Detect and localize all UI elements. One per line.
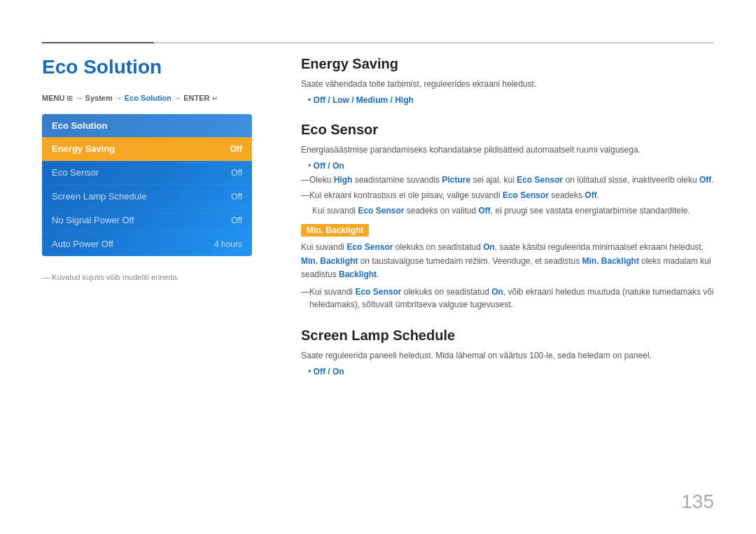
- min-backlight-para1: Kui suvandi Eco Sensor olekuks on seadis…: [301, 241, 714, 281]
- menu-item-eco-sensor[interactable]: Eco Sensor Off: [42, 161, 252, 185]
- energy-saving-options-text: Off / Low / Medium / High: [314, 95, 414, 105]
- menu-item-value: Off: [231, 192, 242, 202]
- screen-lamp-bullets: Off / On: [308, 367, 714, 377]
- min-backlight-badge: Min. Backlight: [301, 224, 369, 237]
- screen-lamp-intro: Saate reguleerida paneeli heledust. Mida…: [301, 349, 714, 363]
- screen-lamp-title: Screen Lamp Schedule: [301, 328, 714, 344]
- menu-path-enter-symbol: ↵: [212, 94, 218, 102]
- menu-box: Eco Solution Energy Saving Off Eco Senso…: [42, 114, 252, 256]
- eco-sensor-sub: Kui suvandi Eco Sensor seadeks on valitu…: [312, 204, 714, 217]
- left-column: Eco Solution MENU ⊞ → System → Eco Solut…: [42, 56, 266, 281]
- energy-saving-intro: Saate vähendada toite tarbimist, regulee…: [301, 78, 714, 91]
- menu-item-label: Screen Lamp Schedule: [52, 191, 146, 202]
- energy-saving-options: Off / Low / Medium / High: [308, 95, 714, 105]
- top-line-accent: [42, 42, 154, 43]
- menu-item-value: Off: [231, 168, 242, 178]
- page-number: 135: [681, 491, 714, 513]
- energy-saving-title: Energy Saving: [301, 56, 714, 72]
- menu-item-value: Off: [231, 216, 242, 225]
- screen-lamp-options-text: Off / On: [314, 367, 344, 377]
- menu-item-value: 4 hours: [214, 239, 242, 249]
- menu-item-label: Eco Sensor: [52, 167, 99, 178]
- eco-sensor-dash1: Oleku High seadistamine suvandis Picture…: [301, 174, 714, 186]
- menu-path-enter: ENTER: [183, 94, 209, 102]
- right-column: Energy Saving Saate vähendada toite tarb…: [301, 56, 714, 393]
- menu-item-no-signal[interactable]: No Signal Power Off Off: [42, 209, 252, 232]
- footnote: Kuvatud kujutis võib mudeliti erineda.: [42, 273, 266, 281]
- energy-saving-bullets: Off / Low / Medium / High: [308, 95, 714, 105]
- menu-path-eco: Eco Solution: [125, 94, 172, 102]
- min-backlight-dash1: Kui suvandi Eco Sensor olekuks on seadis…: [301, 286, 714, 311]
- menu-path: MENU ⊞ → System → Eco Solution → ENTER ↵: [42, 94, 266, 103]
- section-screen-lamp: Screen Lamp Schedule Saate reguleerida p…: [301, 328, 714, 377]
- section-eco-sensor: Eco Sensor Energiasäästmise parandamisek…: [301, 122, 714, 311]
- menu-item-screen-lamp[interactable]: Screen Lamp Schedule Off: [42, 185, 252, 209]
- min-backlight-section: Min. Backlight Kui suvandi Eco Sensor ol…: [301, 224, 714, 311]
- menu-path-arrow1: →: [115, 94, 125, 102]
- menu-item-label: No Signal Power Off: [52, 215, 134, 225]
- eco-sensor-options: Off / On: [308, 161, 714, 171]
- menu-path-arrow2: →: [174, 94, 183, 102]
- menu-item-label: Energy Saving: [52, 143, 115, 154]
- section-energy-saving: Energy Saving Saate vähendada toite tarb…: [301, 56, 714, 105]
- menu-item-value: Off: [230, 144, 242, 154]
- eco-sensor-intro: Energiasäästmise parandamiseks kohandata…: [301, 143, 714, 157]
- screen-lamp-options: Off / On: [308, 367, 714, 377]
- menu-box-title: Eco Solution: [42, 114, 252, 137]
- eco-sensor-title: Eco Sensor: [301, 122, 714, 138]
- eco-sensor-options-text: Off / On: [314, 161, 344, 171]
- eco-sensor-dash2: Kui ekraani kontrastsus ei ole piisav, v…: [301, 189, 714, 202]
- menu-item-label: Auto Power Off: [52, 239, 113, 249]
- menu-path-menu: MENU: [42, 94, 64, 102]
- page-title: Eco Solution: [42, 56, 266, 78]
- eco-sensor-bullets: Off / On: [308, 161, 714, 171]
- menu-path-system: System: [85, 94, 113, 102]
- menu-item-auto-power[interactable]: Auto Power Off 4 hours: [42, 232, 252, 256]
- menu-item-energy-saving[interactable]: Energy Saving Off: [42, 137, 252, 161]
- menu-path-symbol: ⊞ →: [66, 94, 85, 102]
